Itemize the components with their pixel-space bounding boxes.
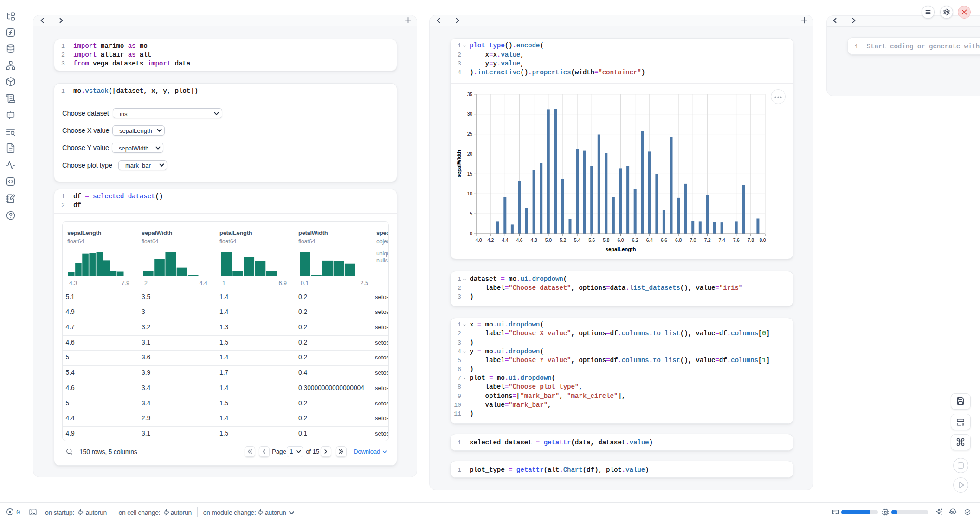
svg-text:7.4: 7.4 xyxy=(719,237,725,243)
svg-text:7.0: 7.0 xyxy=(690,237,696,243)
svg-text:6.4: 6.4 xyxy=(646,237,653,243)
svg-text:10: 10 xyxy=(467,191,473,196)
svg-text:6.2: 6.2 xyxy=(632,237,638,243)
svg-text:6.0: 6.0 xyxy=(618,237,624,243)
svg-text:5.8: 5.8 xyxy=(603,237,609,243)
svg-text:7.6: 7.6 xyxy=(733,237,740,243)
svg-text:sepalLength: sepalLength xyxy=(606,247,636,252)
svg-text:5.2: 5.2 xyxy=(560,237,566,243)
svg-text:5.4: 5.4 xyxy=(574,237,580,243)
svg-text:30: 30 xyxy=(467,111,473,117)
svg-text:5: 5 xyxy=(470,211,472,216)
svg-text:20: 20 xyxy=(467,151,473,156)
svg-text:0: 0 xyxy=(470,231,472,236)
svg-text:6.6: 6.6 xyxy=(661,237,667,243)
svg-text:25: 25 xyxy=(467,131,473,137)
svg-text:5.0: 5.0 xyxy=(545,237,552,243)
svg-text:4.8: 4.8 xyxy=(531,237,537,243)
svg-text:8.0: 8.0 xyxy=(760,237,766,243)
svg-text:4.6: 4.6 xyxy=(516,237,523,243)
svg-text:6.8: 6.8 xyxy=(675,237,682,243)
svg-text:15: 15 xyxy=(467,171,473,176)
svg-text:35: 35 xyxy=(467,91,473,97)
svg-text:7.8: 7.8 xyxy=(748,237,754,243)
svg-text:4.2: 4.2 xyxy=(487,237,494,243)
svg-text:sepalWidth: sepalWidth xyxy=(456,150,462,177)
svg-text:4.0: 4.0 xyxy=(476,237,482,243)
svg-text:4.4: 4.4 xyxy=(502,237,508,243)
svg-text:7.2: 7.2 xyxy=(704,237,710,243)
svg-text:5.6: 5.6 xyxy=(588,237,595,243)
